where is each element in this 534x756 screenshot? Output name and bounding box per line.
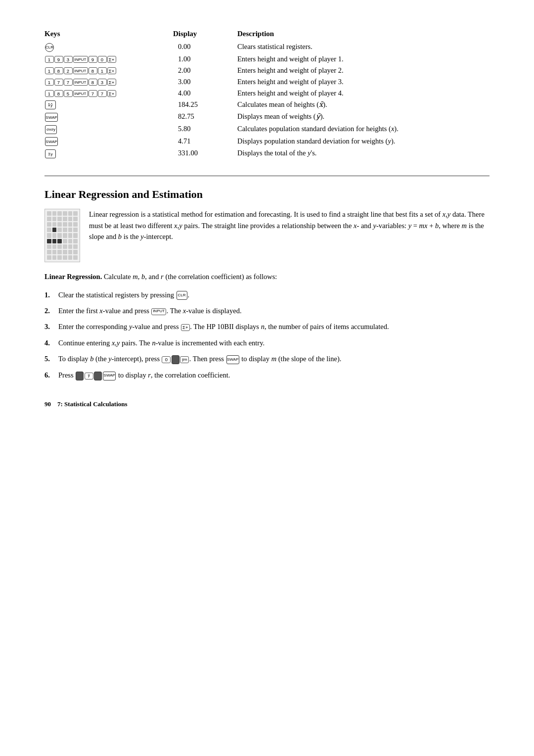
row-keys: SWAP [44, 136, 173, 148]
key-input: INPUT [73, 90, 88, 97]
list-item: 4. Continue entering x,y pairs. The n-va… [44, 337, 490, 348]
table-row: Σy 331.00 Displays the total of the y's. [44, 147, 490, 160]
row-display: 5.80 [173, 123, 237, 136]
col-header-display: Display [173, 30, 237, 41]
list-item: 5. To display b (the y-intercept), press… [44, 353, 490, 364]
row-display: 2.00 [173, 65, 237, 76]
row-keys: SWAP [44, 111, 173, 123]
key-5: 5 [64, 90, 73, 97]
steps-list: 1. Clear the statistical registers by pr… [44, 289, 490, 381]
table-row: σxσy 5.80 Calculates population standard… [44, 123, 490, 136]
step-text: Enter the first x-value and press INPUT.… [58, 305, 242, 316]
chapter-label: 7: Statistical Calculations [57, 400, 128, 408]
section-title: Linear Regression and Estimation [44, 188, 490, 201]
sigma-y-key: Σy [45, 149, 56, 158]
section-divider [44, 176, 490, 176]
key-0-inline: 0 [162, 356, 171, 363]
step-text: Enter the corresponding y-value and pres… [58, 321, 389, 332]
swap-key2: SWAP [45, 137, 58, 146]
shift-r-inline [76, 372, 84, 380]
key-0: 0 [98, 56, 107, 63]
key-8: 8 [54, 67, 63, 74]
row-display: 4.71 [173, 136, 237, 148]
table-row: 193INPUT90Σ+ 1.00 Enters height and weig… [44, 53, 490, 65]
row-display: 1.00 [173, 53, 237, 65]
key-9b: 9 [89, 56, 97, 63]
row-keys: x̄ȳ [44, 99, 173, 111]
list-item: 2. Enter the first x-value and press INP… [44, 305, 490, 316]
row-description: Displays population standard deviation f… [237, 136, 490, 148]
row-keys: Σy [44, 147, 173, 160]
row-description: Enters height and weight of player 1. [237, 53, 490, 65]
table-row: 177INPUT83Σ+ 3.00 Enters height and weig… [44, 76, 490, 88]
table-row: 185INPUT77Σ+ 4.00 Enters height and weig… [44, 88, 490, 99]
key-sigma-plus2: Σ+ [107, 67, 116, 74]
row-keys: 193INPUT90Σ+ [44, 53, 173, 65]
step-text: Continue entering x,y pairs. The n-value… [58, 337, 265, 348]
key-7c: 7 [89, 90, 97, 97]
table-row: CLR 0.00 Clears statistical registers. [44, 41, 490, 53]
sigma-plus-inline: Σ+ [181, 324, 190, 331]
key-sigma-plus: Σ+ [107, 56, 116, 63]
keys-table: Keys Display Description CLR 0.00 Clears… [44, 30, 490, 160]
bold-label: Linear Regression. [44, 273, 102, 281]
row-description: Enters height and weight of player 2. [237, 65, 490, 76]
key-3: 3 [64, 56, 73, 63]
key-input: INPUT [73, 79, 88, 86]
row-display: 331.00 [173, 147, 237, 160]
clr-key-inline: CLR [177, 291, 187, 300]
row-keys: CLR [44, 41, 173, 53]
step-number: 6. [44, 370, 54, 380]
table-row: 182INPUT81Σ+ 2.00 Enters height and weig… [44, 65, 490, 76]
key-input: INPUT [73, 67, 88, 74]
row-description: Displays mean of weights (ȳ). [237, 111, 490, 123]
row-display: 0.00 [173, 41, 237, 53]
step-number: 5. [44, 353, 54, 364]
row-description: Enters height and weight of player 3. [237, 76, 490, 88]
step-number: 1. [44, 289, 54, 300]
list-item: 3. Enter the corresponding y-value and p… [44, 321, 490, 332]
key-7d: 7 [98, 90, 107, 97]
row-keys: σxσy [44, 123, 173, 136]
shift2-inline [94, 372, 102, 380]
row-description: Calculates mean of heights (x̄). [237, 99, 490, 111]
row-keys: 182INPUT81Σ+ [44, 65, 173, 76]
list-item: 1. Clear the statistical registers by pr… [44, 289, 490, 300]
table-section: Keys Display Description CLR 0.00 Clears… [44, 30, 490, 160]
step-text: Press ŷSWAP to display r, the correlatio… [58, 370, 230, 380]
clr-key: CLR [45, 43, 54, 52]
col-header-keys: Keys [44, 30, 173, 41]
linear-regression-bold-para: Linear Regression. Calculate m, b, and r… [44, 271, 490, 282]
key-1b: 1 [98, 67, 107, 74]
swap-key: SWAP [45, 113, 58, 122]
row-display: 82.75 [173, 111, 237, 123]
key-8c: 8 [89, 79, 97, 86]
step-number: 2. [44, 305, 54, 316]
key-9: 9 [54, 56, 63, 63]
step-number: 4. [44, 337, 54, 348]
sigma-key: σxσy [45, 125, 57, 134]
calculator-image [44, 209, 80, 262]
key-8b: 8 [89, 67, 97, 74]
row-description: Displays the total of the y's. [237, 147, 490, 160]
key-3: 3 [98, 79, 107, 86]
key-8d: 8 [54, 90, 63, 97]
row-description: Enters height and weight of player 4. [237, 88, 490, 99]
lr-description-text: Linear regression is a statistical metho… [89, 209, 490, 242]
shift-xy-key: x̄ȳ [45, 100, 56, 109]
key-1: 1 [45, 56, 54, 63]
key-sigma-plus3: Σ+ [107, 79, 116, 86]
footer: 90 7: Statistical Calculations [44, 400, 490, 408]
row-keys: 177INPUT83Σ+ [44, 76, 173, 88]
key-input: INPUT [73, 56, 88, 63]
row-display: 4.00 [173, 88, 237, 99]
input-key-inline: INPUT [151, 308, 166, 315]
swap2-inline: SWAP [103, 372, 116, 380]
key-7: 7 [54, 79, 63, 86]
ym-key2-inline: ŷ [85, 373, 93, 379]
key-1: 1 [45, 67, 54, 74]
key-2: 2 [64, 67, 73, 74]
lr-intro-block: Linear regression is a statistical metho… [44, 209, 490, 262]
row-display: 3.00 [173, 76, 237, 88]
table-row: SWAP 4.71 Displays population standard d… [44, 136, 490, 148]
